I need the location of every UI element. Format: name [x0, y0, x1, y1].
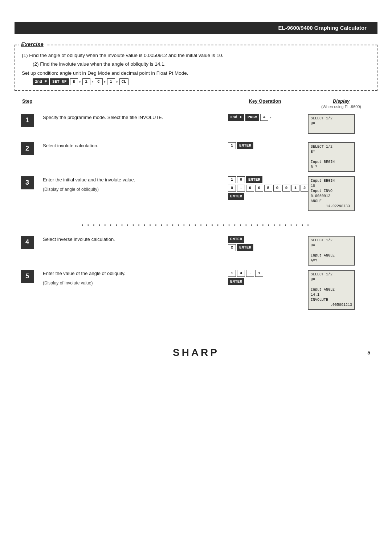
step-1-keys: 2nd F PRGM A ▸ — [225, 113, 305, 122]
step-2-display: SELECT 1/2 B= Input BEGIN B=? — [305, 141, 377, 173]
k1-2ndf: 2nd F — [228, 114, 244, 121]
step-3-display: Input BEGIN 10 Input INVO 0.0050912 ANGL… — [305, 176, 377, 212]
step-5-key-row-1: 1 4 . 1 — [228, 270, 263, 277]
step-5-display: SELECT 1/2 B= Input ANGLE 14.1 INVOLUTE … — [305, 269, 377, 311]
step-5-key-row-2: ENTER — [228, 278, 244, 285]
arrow-3: ▸ — [104, 80, 106, 83]
k5-dot: . — [246, 270, 254, 277]
display-screen-4: SELECT 1/2 B= Input ANGLE A=? — [308, 236, 355, 266]
step-3-keys: 1 0 ENTER 0 . 0 0 5 0 9 1 2 ENTER — [225, 176, 305, 201]
key-b: B — [70, 78, 78, 85]
exercise-item-1: (1) Find the angle of obliquity when the… — [22, 52, 370, 59]
step-3-sub-note: (Display of angle of obliquity) — [43, 186, 222, 193]
key-setup: SET UP — [50, 78, 69, 85]
k2-enter: ENTER — [237, 142, 253, 149]
steps-header: Step Key Operation Display (When using E… — [15, 98, 377, 110]
exercise-box: Exercise (1) Find the angle of obliquity… — [15, 45, 377, 91]
step-num-3: 3 — [21, 176, 34, 189]
display-col-sub: (When using EL-9600) — [305, 104, 377, 109]
page-number: 5 — [367, 350, 370, 356]
step-1-display: SELECT 1/2 B= — [305, 113, 377, 135]
display-screen-2: SELECT 1/2 B= Input BEGIN B=? — [308, 142, 355, 172]
step-row-5: 5 Enter the value of the angle of obliqu… — [15, 269, 377, 311]
k3-9: 9 — [282, 185, 290, 192]
key-cl: CL — [119, 78, 128, 85]
arrow-1: ▸ — [79, 80, 81, 83]
step-num-2: 2 — [21, 142, 34, 155]
step-2-desc: Select involute calculation. — [40, 141, 225, 150]
step-4-desc: Select inverse involute calculation. — [40, 235, 225, 244]
k5-1b: 1 — [255, 270, 263, 277]
steps-section-2: 4 Select inverse involute calculation. E… — [15, 235, 377, 311]
k3-1: 1 — [228, 176, 236, 183]
step-col-label: Step — [22, 98, 32, 104]
exercise-item-2: (2) Find the involute value when the ang… — [33, 61, 370, 68]
exercise-label: Exercise — [19, 41, 46, 47]
k5-enter: ENTER — [228, 278, 244, 285]
step-3-key-row-1: 1 0 ENTER — [228, 176, 262, 183]
dot-separator: • • • • • • • • • • • • • • • • • • • • … — [15, 223, 377, 228]
k4-2: 2 — [228, 244, 236, 251]
key-c: C — [95, 78, 103, 85]
step-5-sub-note: (Display of involute value) — [43, 280, 222, 286]
setup-text: Set up condition: angle unit in Deg Mode… — [22, 70, 370, 77]
header-title: EL-9600/9400 Graphing Calculator — [278, 25, 367, 31]
step-2-key-row: 1 ENTER — [228, 142, 253, 149]
display-screen-5: SELECT 1/2 B= Input ANGLE 14.1 INVOLUTE … — [308, 270, 355, 310]
step-2-keys: 1 ENTER — [225, 141, 305, 150]
key-op-label: Key Operation — [249, 98, 281, 104]
step-row-4: 4 Select inverse involute calculation. E… — [15, 235, 377, 266]
col-key-spacer — [40, 98, 225, 109]
step-5-keys: 1 4 . 1 ENTER — [225, 269, 305, 286]
k3-enter1: ENTER — [246, 176, 262, 183]
step-1-desc: Specify the programme mode. Select the t… — [40, 113, 225, 122]
k2-1: 1 — [228, 142, 236, 149]
step-4-display: SELECT 1/2 B= Input ANGLE A=? — [305, 235, 377, 266]
step-4-keys: ENTER 2 ENTER — [225, 235, 305, 252]
k1-a: A — [260, 114, 268, 121]
k1-arrow: ▸ — [270, 116, 271, 119]
k3-0b: 0 — [228, 185, 236, 192]
step-num-5: 5 — [21, 270, 34, 283]
step-row-1: 1 Specify the programme mode. Select the… — [15, 113, 377, 139]
step-4-key-row-1: ENTER — [228, 236, 244, 243]
col-key-header: Key Operation — [225, 98, 305, 109]
k3-0: 0 — [237, 176, 245, 183]
footer-inner: SHARP 5 — [0, 347, 392, 358]
main-content: Exercise (1) Find the angle of obliquity… — [15, 34, 377, 318]
k3-enter2: ENTER — [228, 193, 244, 200]
step-row-3: 3 Enter the initial value and the involu… — [15, 176, 377, 216]
k3-dot: . — [237, 185, 245, 192]
step-3-desc: Enter the initial value and the involute… — [40, 176, 225, 194]
sharp-logo: SHARP — [173, 347, 219, 358]
key-1b: 1 — [107, 78, 115, 85]
step-num-1: 1 — [21, 114, 34, 127]
k4-enter1: ENTER — [228, 236, 244, 243]
col-display-header: Display (When using EL-9600) — [305, 98, 377, 109]
step-num-4: 4 — [21, 236, 34, 249]
display-screen-3: Input BEGIN 10 Input INVO 0.0050912 ANGL… — [308, 176, 355, 211]
k3-1b: 1 — [291, 185, 299, 192]
k4-enter2: ENTER — [237, 244, 253, 251]
col-step-header: Step — [15, 98, 40, 109]
step-3-key-row-3: ENTER — [228, 193, 244, 200]
arrow-4: ▸ — [117, 80, 118, 83]
step-4-key-row-2: 2 ENTER — [228, 244, 253, 251]
k3-0e: 0 — [273, 185, 281, 192]
key-2ndf: 2nd F — [33, 78, 49, 85]
footer: SHARP 5 — [0, 347, 392, 366]
k5-4: 4 — [237, 270, 245, 277]
key-sequence: 2nd F SET UP B ▸ 1 ▸ C ▸ 1 ▸ CL — [33, 78, 370, 85]
step-row-2: 2 Select involute calculation. 1 ENTER S… — [15, 141, 377, 173]
arrow-2: ▸ — [92, 80, 94, 83]
step-5-desc: Enter the value of the angle of obliquit… — [40, 269, 225, 287]
k1-prgm: PRGM — [245, 114, 259, 121]
k3-0c: 0 — [246, 185, 254, 192]
step-3-key-row-2: 0 . 0 0 5 0 9 1 2 — [228, 185, 309, 192]
key-1a: 1 — [82, 78, 90, 85]
k3-5: 5 — [264, 185, 272, 192]
display-screen-1: SELECT 1/2 B= — [308, 114, 355, 134]
header-bar: EL-9600/9400 Graphing Calculator — [15, 22, 377, 34]
step-1-key-row: 2nd F PRGM A ▸ — [228, 114, 271, 121]
steps-section: Step Key Operation Display (When using E… — [15, 98, 377, 216]
